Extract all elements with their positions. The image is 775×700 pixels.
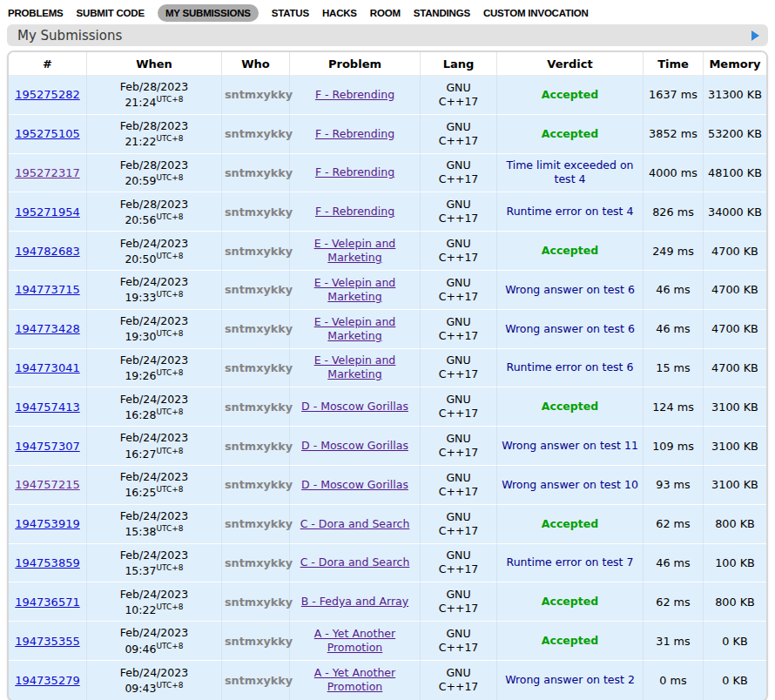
nav-item[interactable]: SUBMIT CODE xyxy=(77,8,145,18)
submission-date: Feb/24/2023 xyxy=(90,275,219,288)
problem-link[interactable]: C - Dora and Search xyxy=(300,517,410,530)
user-link[interactable]: sntmxykky xyxy=(225,322,293,335)
user-link[interactable]: sntmxykky xyxy=(225,556,293,569)
verdict-text[interactable]: Accepted xyxy=(542,127,598,140)
user-link[interactable]: sntmxykky xyxy=(225,478,293,491)
user-link[interactable]: sntmxykky xyxy=(225,166,293,179)
problem-link[interactable]: F - Rebrending xyxy=(315,127,394,140)
time-cell: 93 ms xyxy=(644,466,704,505)
submission-id-link[interactable]: 194782683 xyxy=(15,245,79,258)
time-cell: 109 ms xyxy=(644,427,704,466)
submission-id-link[interactable]: 194757413 xyxy=(15,400,79,414)
timezone-label: UTC+8 xyxy=(156,485,183,494)
verdict-text[interactable]: Wrong answer on test 11 xyxy=(502,439,638,452)
lang-name: GNU xyxy=(423,510,494,524)
problem-link[interactable]: D - Moscow Gorillas xyxy=(301,439,408,452)
submission-id-link[interactable]: 194757215 xyxy=(15,478,79,491)
submission-time: 09:43 xyxy=(125,682,156,695)
problem-link[interactable]: C - Dora and Search xyxy=(300,555,410,569)
lang-cell: GNU C++17 xyxy=(421,115,497,154)
timezone-label: UTC+8 xyxy=(156,252,183,260)
nav-item[interactable]: CUSTOM INVOCATION xyxy=(483,8,589,18)
verdict-text[interactable]: Accepted xyxy=(542,634,598,647)
submission-id-link[interactable]: 195272317 xyxy=(15,166,79,179)
submission-id-link[interactable]: 194753919 xyxy=(15,517,79,530)
nav-item[interactable]: HACKS xyxy=(322,8,357,18)
submission-date: Feb/24/2023 xyxy=(90,588,219,601)
verdict-text[interactable]: Wrong answer on test 10 xyxy=(502,478,638,491)
user-link[interactable]: sntmxykky xyxy=(225,674,293,687)
submission-id-link[interactable]: 194773428 xyxy=(15,322,79,335)
user-link[interactable]: sntmxykky xyxy=(225,596,293,609)
submission-id-link[interactable]: 194736571 xyxy=(15,596,79,609)
submission-id-link[interactable]: 194735279 xyxy=(15,674,79,687)
time-cell: 46 ms xyxy=(644,310,704,349)
user-link[interactable]: sntmxykky xyxy=(225,205,293,219)
page-title: My Submissions xyxy=(17,28,122,44)
verdict-text[interactable]: Runtime error on test 4 xyxy=(507,205,634,218)
submission-date: Feb/28/2023 xyxy=(90,80,219,93)
problem-link[interactable]: E - Velepin and Marketing xyxy=(314,237,396,264)
verdict-text[interactable]: Runtime error on test 7 xyxy=(507,555,634,569)
verdict-text[interactable]: Accepted xyxy=(542,88,598,101)
table-row: 194773428 Feb/24/2023 19:30UTC+8 sntmxyk… xyxy=(9,310,766,349)
nav-item[interactable]: ROOM xyxy=(370,8,401,18)
user-link[interactable]: sntmxykky xyxy=(225,400,293,414)
nav-item[interactable]: STANDINGS xyxy=(414,8,470,18)
nav-item[interactable]: PROBLEMS xyxy=(8,8,64,18)
problem-link[interactable]: D - Moscow Gorillas xyxy=(301,478,408,491)
verdict-text[interactable]: Wrong answer on test 6 xyxy=(505,322,635,335)
verdict-text[interactable]: Accepted xyxy=(542,517,598,530)
lang-cell: GNU C++17 xyxy=(421,349,497,388)
problem-link[interactable]: E - Velepin and Marketing xyxy=(314,353,396,380)
table-row: 194757307 Feb/24/2023 16:27UTC+8 sntmxyk… xyxy=(9,427,766,466)
problem-link[interactable]: A - Yet Another Promotion xyxy=(314,627,395,654)
submission-date: Feb/24/2023 xyxy=(90,353,219,367)
submission-id-link[interactable]: 195275105 xyxy=(15,127,79,140)
user-link[interactable]: sntmxykky xyxy=(225,127,293,140)
table-row: 195272317 Feb/28/2023 20:59UTC+8 sntmxyk… xyxy=(9,154,766,193)
submission-id-link[interactable]: 195271954 xyxy=(15,205,79,219)
user-link[interactable]: sntmxykky xyxy=(225,361,293,374)
submission-id-link[interactable]: 194773715 xyxy=(15,283,79,296)
problem-link[interactable]: E - Velepin and Marketing xyxy=(314,315,396,342)
submission-id-link[interactable]: 194773041 xyxy=(15,361,79,374)
collapse-arrow-icon[interactable] xyxy=(751,30,759,41)
user-link[interactable]: sntmxykky xyxy=(225,440,293,453)
verdict-text[interactable]: Accepted xyxy=(542,595,598,608)
table-row: 194753919 Feb/24/2023 15:38UTC+8 sntmxyk… xyxy=(9,505,766,544)
submission-id-link[interactable]: 195275282 xyxy=(15,88,79,101)
submission-id-link[interactable]: 194753859 xyxy=(15,556,79,569)
problem-link[interactable]: A - Yet Another Promotion xyxy=(314,666,395,693)
user-link[interactable]: sntmxykky xyxy=(225,283,293,296)
table-row: 194736571 Feb/24/2023 10:22UTC+8 sntmxyk… xyxy=(9,582,766,622)
submission-id-link[interactable]: 194735355 xyxy=(15,635,79,648)
user-link[interactable]: sntmxykky xyxy=(225,88,293,101)
user-link[interactable]: sntmxykky xyxy=(225,517,293,530)
lang-name: GNU xyxy=(423,81,494,95)
problem-link[interactable]: D - Moscow Gorillas xyxy=(301,400,408,413)
problem-link[interactable]: E - Velepin and Marketing xyxy=(314,276,396,303)
nav-item[interactable]: MY SUBMISSIONS xyxy=(158,4,259,22)
submission-time: 10:22 xyxy=(125,603,156,616)
verdict-text[interactable]: Runtime error on test 6 xyxy=(507,360,634,374)
verdict-text[interactable]: Accepted xyxy=(542,244,598,257)
memory-cell: 100 KB xyxy=(704,544,766,583)
user-link[interactable]: sntmxykky xyxy=(225,635,293,648)
problem-link[interactable]: B - Fedya and Array xyxy=(301,595,408,608)
time-cell: 826 ms xyxy=(644,192,704,232)
table-row: 194735279 Feb/24/2023 09:43UTC+8 sntmxyk… xyxy=(9,661,766,700)
lang-name: GNU xyxy=(423,315,494,329)
problem-link[interactable]: F - Rebrending xyxy=(315,165,394,178)
submission-id-link[interactable]: 194757307 xyxy=(15,440,79,453)
verdict-text[interactable]: Time limit exceeded on test 4 xyxy=(506,158,633,185)
verdict-text[interactable]: Wrong answer on test 6 xyxy=(505,283,635,296)
user-link[interactable]: sntmxykky xyxy=(225,245,293,258)
problem-link[interactable]: F - Rebrending xyxy=(315,88,394,101)
lang-version: C++17 xyxy=(423,680,494,694)
verdict-text[interactable]: Wrong answer on test 2 xyxy=(505,673,635,686)
problem-link[interactable]: F - Rebrending xyxy=(315,205,394,218)
submission-date: Feb/28/2023 xyxy=(90,158,219,172)
verdict-text[interactable]: Accepted xyxy=(542,400,598,413)
nav-item[interactable]: STATUS xyxy=(272,8,309,18)
